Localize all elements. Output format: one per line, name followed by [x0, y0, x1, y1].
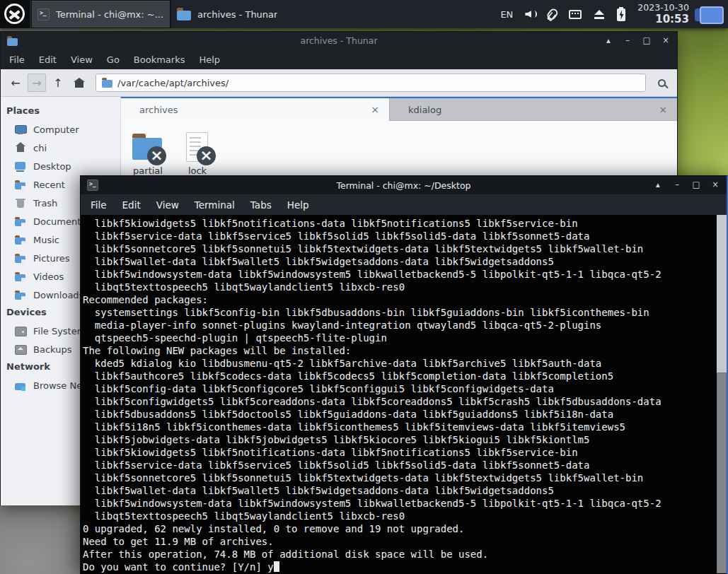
menu-item[interactable]: Bookmarks	[127, 54, 192, 65]
menu-item[interactable]: View	[149, 199, 187, 211]
sidebar-item[interactable]: Computer	[1, 120, 120, 139]
paperclip-icon[interactable]	[546, 7, 560, 21]
terminal-line: libkf5kiowidgets5 libkf5notifications-da…	[83, 446, 715, 459]
terminal-line: The following NEW packages will be insta…	[83, 344, 715, 357]
terminal-line: libkf5windowsystem-data libkf5windowsyst…	[83, 268, 715, 281]
sidebar-item-label: File System	[33, 326, 86, 336]
sidebar-item-icon	[15, 234, 26, 245]
mx-menu-button[interactable]	[0, 0, 30, 28]
menu-item[interactable]: Go	[100, 54, 127, 65]
tab[interactable]: archives ×	[121, 98, 389, 121]
file-icon	[180, 129, 214, 163]
denied-emblem-icon	[147, 146, 166, 165]
path-bar[interactable]	[96, 74, 646, 92]
sidebar-item-icon	[15, 344, 26, 355]
terminal-line: kded5 kdialog kio libdbusmenu-qt5-2 libk…	[83, 357, 715, 370]
terminal-line: libqt5texttospeech5 libqt5waylandclient5…	[83, 510, 715, 522]
tab-label: archives	[139, 105, 178, 115]
minimize-button[interactable]: –	[672, 181, 682, 189]
battery-icon[interactable]	[617, 8, 625, 21]
sidebar-item-label: Trash	[33, 198, 57, 209]
file-item[interactable]: partial	[127, 129, 169, 176]
tab-close-icon[interactable]: ×	[652, 104, 667, 115]
menu-item[interactable]: Help	[279, 199, 317, 211]
terminal-line: Recommended packages:	[83, 293, 715, 306]
eject-icon[interactable]	[594, 10, 605, 19]
sidebar-item-label: Desktop	[33, 161, 71, 172]
file-label: partial	[133, 165, 163, 176]
sidebar-item[interactable]: chi	[1, 139, 120, 157]
keyboard-layout-indicator[interactable]: EN	[500, 9, 513, 20]
sidebar-item-label: Recent	[33, 180, 65, 190]
file-item[interactable]: lock	[176, 129, 219, 176]
terminal-line: libkf5sonnetcore5 libkf5sonnetui5 libkf5…	[83, 242, 715, 255]
sidebar-item-icon	[15, 124, 26, 135]
sidebar-item-icon	[15, 197, 26, 209]
places-header: Places	[1, 102, 120, 120]
sidebar-item-icon	[15, 179, 26, 190]
menu-item[interactable]: Help	[192, 54, 227, 65]
sidebar-item-icon	[15, 325, 26, 336]
tab-label: kdialog	[408, 105, 441, 115]
close-button[interactable]: ×	[661, 37, 671, 45]
sidebar-item[interactable]: Desktop	[1, 157, 120, 175]
taskbar-button[interactable]: Terminal - chi@mx: ~...	[31, 0, 171, 28]
up-button[interactable]: ↑	[49, 74, 67, 92]
search-button[interactable]	[652, 73, 671, 93]
file-label: lock	[188, 165, 207, 176]
path-input[interactable]	[117, 78, 640, 88]
terminal-line: libkf5configwidgets5 libkf5coreaddons-da…	[83, 395, 715, 408]
clock[interactable]: 2023-10-30 10:53	[637, 3, 689, 25]
menu-item[interactable]: File	[83, 199, 115, 211]
back-button[interactable]: ←	[6, 74, 25, 92]
workspace-pager[interactable]	[698, 6, 722, 23]
terminal-line: libkf5i18n5 libkf5iconthemes-data libkf5…	[83, 421, 715, 433]
thunar-window-title: archives - Thunar	[1, 35, 677, 46]
maximize-button[interactable]: □	[691, 181, 701, 189]
sidebar-item-label: chi	[33, 143, 47, 153]
maximize-button[interactable]: □	[642, 37, 652, 45]
taskbar-button-label: archives - Thunar	[197, 9, 277, 20]
close-button[interactable]: ×	[710, 181, 720, 189]
menu-item[interactable]: View	[64, 54, 100, 65]
system-tray: EN 2023-10-30 10:53	[500, 0, 728, 28]
thunar-titlebar[interactable]: archives - Thunar ▴ – □ ×	[1, 32, 677, 49]
time-label: 10:53	[637, 13, 689, 25]
terminal-line: After this operation, 74.8 MB of additio…	[83, 548, 715, 561]
file-icon	[131, 129, 165, 163]
terminal-line: libkf5service-data libkf5service5 libkf5…	[83, 459, 715, 472]
taskbar-button[interactable]: archives - Thunar	[171, 0, 310, 28]
menu-item[interactable]: File	[2, 54, 32, 65]
menu-item[interactable]: Edit	[115, 199, 149, 211]
scrollbar[interactable]	[717, 215, 727, 573]
terminal-line: systemsettings libkf5config-bin libkf5db…	[83, 306, 715, 319]
scrollbar-thumb[interactable]	[717, 373, 727, 573]
home-button[interactable]	[70, 74, 88, 92]
shade-button[interactable]: ▴	[603, 37, 613, 45]
terminal-line: qtspeech5-speechd-plugin | qtspeech5-fli…	[83, 332, 715, 344]
minimize-button[interactable]: –	[623, 37, 632, 45]
volume-icon[interactable]	[525, 9, 536, 19]
menu-item[interactable]: Tabs	[243, 199, 279, 211]
file-view[interactable]: partial lock	[121, 121, 677, 176]
terminal-line: libkf5sonnetcore5 libkf5sonnetui5 libkf5…	[83, 472, 715, 484]
terminal-line: libkf5dbusaddons5 libkf5doctools5 libkf5…	[83, 408, 715, 421]
sidebar-item-label: Videos	[33, 271, 64, 282]
terminal-line: libkf5wallet-data libkf5wallet5 libkf5wi…	[83, 255, 715, 268]
tab[interactable]: kdialog ×	[389, 98, 677, 121]
terminal-screen[interactable]: libkf5kiowidgets5 libkf5notifications-da…	[81, 215, 727, 573]
menu-item[interactable]: Edit	[32, 54, 64, 65]
forward-button[interactable]: →	[28, 74, 46, 92]
tab-close-icon[interactable]: ×	[364, 104, 379, 115]
menu-item[interactable]: Terminal	[187, 199, 243, 211]
top-panel: Terminal - chi@mx: ~... archives - Thuna…	[0, 0, 728, 28]
sidebar-item-icon	[15, 289, 26, 300]
shade-button[interactable]: ▴	[653, 181, 663, 189]
terminal-line: Do you want to continue? [Y/n] y	[83, 561, 715, 573]
network-icon[interactable]	[569, 10, 582, 19]
terminal-titlebar[interactable]: Terminal - chi@mx: ~/Desktop ▴ – □ ×	[81, 176, 727, 194]
terminal-window: Terminal - chi@mx: ~/Desktop ▴ – □ × Fil…	[80, 175, 728, 574]
home-icon	[75, 82, 83, 88]
desktop: archives - Thunar ▴ – □ × FileEditViewGo…	[0, 0, 728, 574]
sidebar-item-label: Documents	[33, 216, 86, 227]
